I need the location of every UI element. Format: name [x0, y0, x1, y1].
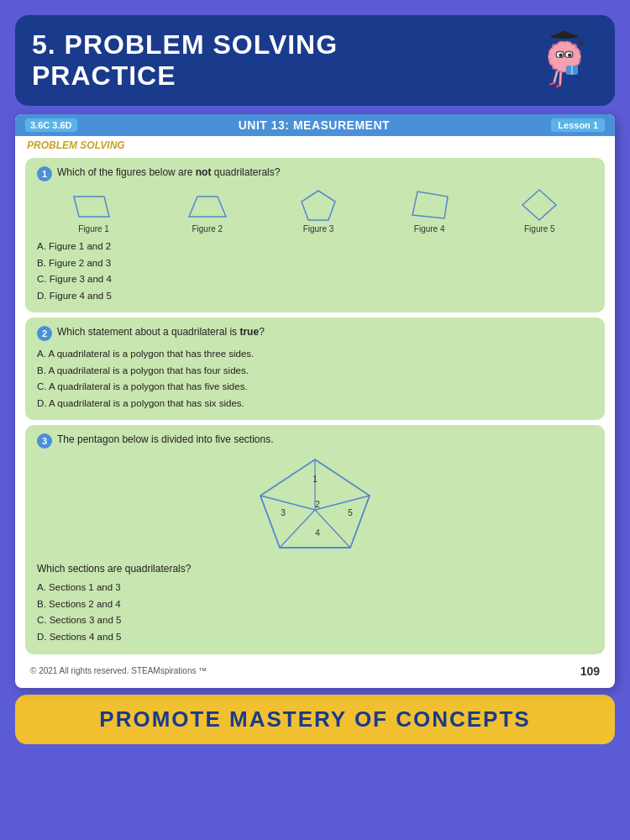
q1-option-a: A. Figure 1 and 2	[37, 239, 593, 255]
question-3-box: 3 The pentagon below is divided into fiv…	[25, 425, 605, 654]
svg-point-3	[580, 42, 583, 45]
question-3-options: A. Sections 1 and 3 B. Sections 2 and 4 …	[37, 580, 593, 645]
figure-1-label: Figure 1	[78, 224, 109, 234]
figure-2-label: Figure 2	[192, 224, 223, 234]
figure-2-item: Figure 2	[186, 192, 229, 234]
top-header: 5. PROBLEM SOLVING PRACTICE	[15, 15, 615, 106]
svg-line-15	[560, 73, 561, 85]
svg-text:3: 3	[281, 508, 286, 517]
question-2-number: 2	[37, 326, 52, 341]
pentagon-diagram: 1 2 3 4 5	[37, 455, 593, 556]
unit-bar: 3.6C 3.6D UNIT 13: MEASUREMENT Lesson 1	[15, 114, 615, 136]
question-1-number: 1	[37, 166, 52, 181]
q1-option-c: C. Figure 3 and 4	[37, 271, 593, 288]
figure-5-item: Figure 5	[521, 188, 558, 234]
q3-option-c: C. Sections 3 and 5	[37, 612, 593, 629]
svg-text:5: 5	[348, 508, 353, 517]
page-number: 109	[580, 664, 600, 678]
figure-4-item: Figure 4	[407, 188, 451, 234]
q2-option-a: A. A quadrilateral is a polygon that has…	[37, 346, 593, 363]
q1-option-b: B. Figure 2 and 3	[37, 255, 593, 272]
q3-option-b: B. Sections 2 and 4	[37, 596, 593, 613]
svg-line-2	[577, 36, 581, 44]
question-2-row: 2 Which statement about a quadrilateral …	[37, 326, 593, 341]
pentagon-sections-svg: 1 2 3 4 5	[248, 455, 382, 556]
q2-option-d: D. A quadrilateral is a polygon that has…	[37, 396, 593, 412]
svg-point-8	[568, 54, 571, 57]
worksheet: 3.6C 3.6D UNIT 13: MEASUREMENT Lesson 1 …	[15, 114, 615, 688]
svg-text:4: 4	[315, 528, 320, 538]
figure-2-shape	[186, 192, 229, 222]
brain-mascot-icon	[531, 27, 598, 94]
question-3-row: 3 The pentagon below is divided into fiv…	[37, 433, 593, 449]
figures-row: Figure 1 Figure 2 Figure 3	[37, 188, 593, 234]
svg-marker-20	[302, 191, 335, 220]
q3-option-a: A. Sections 1 and 3	[37, 580, 593, 596]
figure-1-item: Figure 1	[72, 192, 116, 234]
question-3-number: 3	[37, 433, 52, 449]
bottom-banner: PROMOTE MASTERY OF CONCEPTS	[15, 695, 615, 744]
unit-tag: 3.6C 3.6D	[25, 118, 77, 132]
question-1-options: A. Figure 1 and 2 B. Figure 2 and 3 C. F…	[37, 239, 593, 304]
bottom-banner-text: PROMOTE MASTERY OF CONCEPTS	[99, 706, 530, 732]
svg-marker-19	[189, 197, 226, 217]
figure-1-shape	[72, 192, 116, 222]
svg-text:1: 1	[312, 475, 318, 484]
q2-option-c: C. A quadrilateral is a polygon that has…	[37, 379, 593, 396]
figure-4-label: Figure 4	[414, 224, 445, 234]
svg-line-14	[554, 71, 558, 82]
svg-line-28	[260, 496, 315, 510]
svg-text:2: 2	[315, 500, 320, 509]
page-title: 5. PROBLEM SOLVING PRACTICE	[32, 29, 338, 92]
page-footer: © 2021 All rights reserved. STEAMspirati…	[15, 659, 615, 680]
lesson-tag: Lesson 1	[551, 118, 605, 132]
q3-option-d: D. Sections 4 and 5	[37, 629, 593, 646]
svg-line-26	[315, 510, 350, 548]
question-1-box: 1 Which of the figures below are not qua…	[25, 158, 605, 312]
figure-5-label: Figure 5	[524, 224, 555, 234]
q1-option-d: D. Figure 4 and 5	[37, 288, 593, 305]
copyright-text: © 2021 All rights reserved. STEAMspirati…	[30, 666, 207, 675]
svg-line-16	[550, 83, 554, 85]
figure-5-shape	[521, 188, 558, 222]
figure-3-item: Figure 3	[299, 188, 338, 234]
question-2-options: A. A quadrilateral is a polygon that has…	[37, 346, 593, 412]
figure-4-shape	[407, 188, 451, 222]
unit-title: UNIT 13: MEASUREMENT	[84, 118, 545, 132]
section-label: PROBLEM SOLVING	[15, 136, 615, 153]
svg-marker-22	[522, 190, 556, 220]
svg-marker-21	[412, 192, 448, 218]
svg-line-25	[315, 496, 370, 510]
q2-option-b: B. A quadrilateral is a polygon that has…	[37, 363, 593, 380]
question-2-box: 2 Which statement about a quadrilateral …	[25, 318, 605, 420]
question-1-row: 1 Which of the figures below are not qua…	[37, 166, 593, 181]
figure-3-label: Figure 3	[303, 224, 334, 234]
question-3-sub: Which sections are quadrilaterals?	[37, 563, 593, 575]
figure-3-shape	[299, 188, 338, 222]
svg-marker-18	[74, 197, 109, 217]
svg-line-17	[557, 85, 560, 87]
svg-point-7	[559, 54, 562, 57]
